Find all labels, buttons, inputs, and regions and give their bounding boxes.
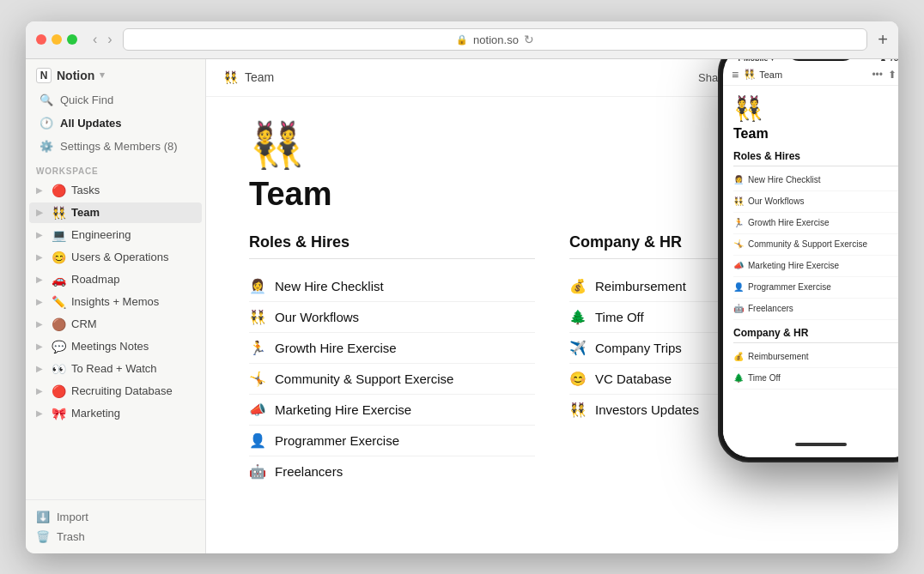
phone-item-left: 👯‍♂️ Our Workflows (733, 196, 804, 206)
back-button[interactable]: ‹ (89, 30, 100, 49)
list-item[interactable]: 👩‍💼 New Hire Checklist (249, 271, 535, 302)
phone-list-item[interactable]: 💰 Reimbursement ••• (733, 347, 898, 368)
sidebar-item-recruiting[interactable]: ▶ 🔴 Recruiting Database (29, 381, 202, 402)
home-indicator (795, 443, 847, 446)
phone-list-item[interactable]: 📣 Marketing Hire Exercise ••• (733, 256, 898, 277)
gear-icon: ⚙️ (40, 140, 53, 153)
phone-item-emoji: 📣 (733, 261, 744, 270)
phone-list-item[interactable]: 🤖 Freelancers ••• (733, 299, 898, 320)
arrow-icon: ▶ (36, 297, 46, 306)
lock-icon: 🔒 (456, 34, 468, 45)
sidebar-item-insights-memos[interactable]: ▶ ✏️ Insights + Memos (29, 292, 202, 312)
sidebar-item-quick-find[interactable]: 🔍 Quick Find (29, 89, 202, 111)
item-label: Programmer Exercise (275, 433, 399, 448)
phone-list-item[interactable]: 🏃 Growth Hire Exercise ••• (733, 213, 898, 234)
item-label: Our Workflows (275, 310, 359, 324)
meetings-emoji: 💬 (52, 340, 66, 353)
address-bar[interactable]: 🔒 notion.so ↻ (123, 28, 868, 51)
sidebar-item-import[interactable]: ⬇️ Import (36, 507, 195, 527)
hamburger-icon[interactable]: ≡ (732, 68, 739, 82)
browser-nav-buttons: ‹ › (89, 30, 116, 49)
phone-item-dots[interactable]: ••• (897, 351, 898, 363)
traffic-lights (36, 34, 77, 45)
list-item[interactable]: 👤 Programmer Exercise (249, 426, 535, 456)
search-icon: 🔍 (40, 94, 53, 106)
phone-content: 👯 Team Roles & Hires 👩‍💼 New Hire Checkl… (723, 86, 898, 432)
phone-item-label: New Hire Checklist (748, 175, 820, 184)
sidebar-item-engineering[interactable]: ▶ 💻 Engineering (29, 225, 202, 245)
phone-item-dots[interactable]: ••• (897, 196, 898, 208)
workspace-name[interactable]: N Notion ▾ (36, 68, 105, 83)
phone-item-label: Reimbursement (748, 352, 809, 361)
forward-button[interactable]: › (104, 30, 115, 49)
phone-list-item[interactable]: 👤 Programmer Exercise ••• (733, 277, 898, 299)
list-item[interactable]: 📣 Marketing Hire Exercise (249, 395, 535, 426)
list-item[interactable]: 🏃 Growth Hire Exercise (249, 333, 535, 364)
page-title: Team (245, 70, 274, 84)
phone-page-emoji: 👯 (733, 94, 898, 123)
team-emoji: 👯 (52, 206, 66, 220)
sidebar-item-trash[interactable]: 🗑️ Trash (36, 527, 195, 547)
sidebar-item-team[interactable]: ▶ 👯 Team (29, 202, 202, 223)
sidebar-item-crm[interactable]: ▶ 🟤 CRM (29, 314, 202, 335)
phone-item-dots[interactable]: ••• (897, 217, 898, 229)
phone-item-emoji: 👯‍♂️ (733, 196, 744, 206)
sidebar-item-to-read-watch[interactable]: ▶ 👀 To Read + Watch (29, 359, 202, 379)
list-item[interactable]: 🤖 Freelancers (249, 456, 535, 486)
crm-label: CRM (71, 317, 195, 330)
phone-list-item[interactable]: 🌲 Time Off ••• (733, 368, 898, 390)
phone-item-dots[interactable]: ••• (897, 260, 898, 272)
item-label: Freelancers (275, 464, 343, 479)
sidebar-item-settings[interactable]: ⚙️ Settings & Members (8) (29, 136, 202, 157)
item-label: Marketing Hire Exercise (275, 402, 411, 417)
arrow-icon: ▶ (36, 386, 46, 396)
phone-item-left: 📣 Marketing Hire Exercise (733, 261, 839, 270)
sidebar-footer: ⬇️ Import 🗑️ Trash (26, 499, 205, 553)
item-emoji: 💰 (569, 278, 587, 294)
phone-page-heading: Team (733, 126, 898, 142)
phone-item-dots[interactable]: ••• (897, 281, 898, 293)
phone-item-dots[interactable]: ••• (897, 174, 898, 186)
phone-list-item[interactable]: 🤸 Community & Support Exercise ••• (733, 234, 898, 256)
item-emoji: 😊 (569, 371, 587, 387)
sidebar-item-tasks[interactable]: ▶ 🔴 Tasks (29, 180, 202, 201)
item-label: Growth Hire Exercise (275, 341, 397, 355)
list-item[interactable]: 🤸 Community & Support Exercise (249, 364, 535, 395)
phone-dots-icon[interactable]: ••• (872, 69, 883, 81)
refresh-button[interactable]: ↻ (524, 33, 534, 46)
phone-status-right: ▲ 78% (879, 59, 898, 63)
phone-item-dots[interactable]: ••• (897, 303, 898, 315)
phone-list-item[interactable]: 👩‍💼 New Hire Checklist ••• (733, 170, 898, 191)
page-emoji-header: 👯 (223, 70, 238, 84)
phone-item-dots[interactable]: ••• (897, 239, 898, 251)
new-tab-button[interactable]: + (878, 30, 888, 50)
import-label: Import (57, 511, 88, 523)
sidebar-item-roadmap[interactable]: ▶ 🚗 Roadmap (29, 269, 202, 290)
minimize-button[interactable] (52, 34, 62, 45)
phone-page-title: 👯 Team (744, 69, 866, 80)
item-label: Company Trips (595, 341, 682, 355)
maximize-button[interactable] (67, 34, 77, 45)
sidebar-item-meetings[interactable]: ▶ 💬 Meetings Notes (29, 336, 202, 357)
users-ops-emoji: 😊 (52, 251, 66, 264)
sidebar-item-users-operations[interactable]: ▶ 😊 Users & Operations (29, 247, 202, 268)
users-ops-label: Users & Operations (71, 251, 195, 263)
phone-item-emoji: 🌲 (733, 373, 744, 383)
tasks-emoji: 🔴 (52, 184, 66, 197)
settings-label: Settings & Members (8) (60, 140, 178, 153)
phone-item-label: Marketing Hire Exercise (748, 261, 839, 270)
list-item[interactable]: 👯‍♂️ Our Workflows (249, 302, 535, 333)
phone-share-icon[interactable]: ⬆ (888, 69, 897, 81)
sidebar-item-all-updates[interactable]: 🕐 All Updates (29, 112, 202, 134)
phone-list-item[interactable]: 👯‍♂️ Our Workflows ••• (733, 191, 898, 213)
phone-item-dots[interactable]: ••• (897, 372, 898, 384)
sidebar-item-marketing[interactable]: ▶ 🎀 Marketing (29, 403, 202, 424)
close-button[interactable] (36, 34, 46, 45)
workspace-label: Notion (57, 69, 94, 82)
engineering-emoji: 💻 (52, 228, 66, 242)
phone-carrier: T-Mobile ▾ (737, 59, 775, 63)
item-label: Investors Updates (595, 402, 699, 417)
item-emoji: 🌲 (569, 309, 587, 325)
phone-item-left: 🤖 Freelancers (733, 304, 793, 313)
phone-item-emoji: 👩‍💼 (733, 175, 744, 184)
